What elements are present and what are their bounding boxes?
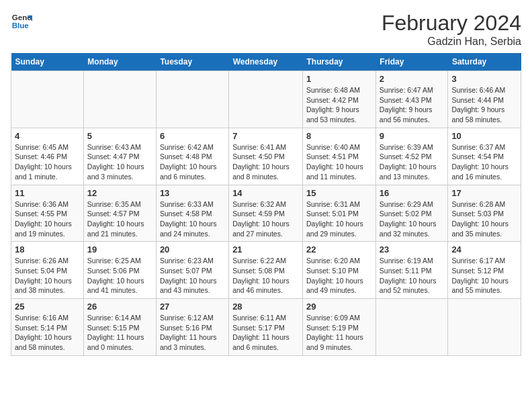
column-header-sunday: Sunday bbox=[11, 53, 84, 71]
day-info: Sunrise: 6:32 AMSunset: 4:59 PMDaylight:… bbox=[232, 199, 299, 239]
week-row-3: 11Sunrise: 6:36 AMSunset: 4:55 PMDayligh… bbox=[11, 185, 521, 242]
day-number: 15 bbox=[306, 188, 372, 198]
week-row-4: 18Sunrise: 6:26 AMSunset: 5:04 PMDayligh… bbox=[11, 242, 521, 299]
day-number: 22 bbox=[306, 244, 372, 255]
day-info: Sunrise: 6:22 AMSunset: 5:08 PMDaylight:… bbox=[232, 256, 299, 295]
day-number: 28 bbox=[232, 302, 299, 312]
day-info: Sunrise: 6:33 AMSunset: 4:58 PMDaylight:… bbox=[160, 199, 225, 239]
day-cell: 29Sunrise: 6:09 AMSunset: 5:19 PMDayligh… bbox=[303, 299, 376, 356]
day-number: 21 bbox=[232, 244, 299, 255]
day-number: 18 bbox=[15, 244, 80, 255]
logo: General Blue bbox=[11, 11, 32, 32]
day-number: 24 bbox=[451, 244, 517, 255]
day-info: Sunrise: 6:12 AMSunset: 5:16 PMDaylight:… bbox=[160, 313, 225, 353]
day-cell bbox=[156, 71, 228, 128]
day-number: 8 bbox=[306, 131, 372, 141]
day-info: Sunrise: 6:36 AMSunset: 4:55 PMDaylight:… bbox=[15, 199, 80, 239]
day-number: 6 bbox=[160, 131, 225, 141]
calendar-title: February 2024 bbox=[382, 11, 521, 36]
day-number: 5 bbox=[87, 131, 152, 141]
day-number: 25 bbox=[15, 302, 80, 312]
day-cell: 10Sunrise: 6:37 AMSunset: 4:54 PMDayligh… bbox=[448, 128, 521, 185]
day-info: Sunrise: 6:46 AMSunset: 4:44 PMDaylight:… bbox=[451, 85, 517, 125]
title-block: February 2024 Gadzin Han, Serbia bbox=[382, 11, 521, 48]
day-number: 12 bbox=[87, 188, 152, 198]
day-number: 16 bbox=[380, 188, 445, 198]
day-info: Sunrise: 6:16 AMSunset: 5:14 PMDaylight:… bbox=[15, 313, 80, 353]
day-cell: 26Sunrise: 6:14 AMSunset: 5:15 PMDayligh… bbox=[83, 299, 156, 356]
day-info: Sunrise: 6:41 AMSunset: 4:50 PMDaylight:… bbox=[232, 142, 299, 182]
day-info: Sunrise: 6:29 AMSunset: 5:02 PMDaylight:… bbox=[380, 199, 445, 239]
day-number: 13 bbox=[160, 188, 225, 198]
day-cell: 7Sunrise: 6:41 AMSunset: 4:50 PMDaylight… bbox=[229, 128, 303, 185]
day-info: Sunrise: 6:19 AMSunset: 5:11 PMDaylight:… bbox=[380, 256, 445, 295]
day-cell: 17Sunrise: 6:28 AMSunset: 5:03 PMDayligh… bbox=[448, 185, 521, 242]
week-row-1: 1Sunrise: 6:48 AMSunset: 4:42 PMDaylight… bbox=[11, 71, 521, 128]
column-header-saturday: Saturday bbox=[448, 53, 521, 71]
day-info: Sunrise: 6:11 AMSunset: 5:17 PMDaylight:… bbox=[232, 313, 299, 353]
day-info: Sunrise: 6:26 AMSunset: 5:04 PMDaylight:… bbox=[15, 256, 80, 295]
day-number: 4 bbox=[15, 131, 80, 141]
day-info: Sunrise: 6:28 AMSunset: 5:03 PMDaylight:… bbox=[451, 199, 517, 239]
svg-text:Blue: Blue bbox=[12, 21, 30, 30]
column-header-tuesday: Tuesday bbox=[156, 53, 228, 71]
calendar-table: SundayMondayTuesdayWednesdayThursdayFrid… bbox=[11, 53, 521, 356]
day-info: Sunrise: 6:43 AMSunset: 4:47 PMDaylight:… bbox=[87, 142, 152, 182]
day-number: 11 bbox=[15, 188, 80, 198]
day-cell: 16Sunrise: 6:29 AMSunset: 5:02 PMDayligh… bbox=[375, 185, 448, 242]
day-info: Sunrise: 6:17 AMSunset: 5:12 PMDaylight:… bbox=[451, 256, 517, 295]
day-number: 2 bbox=[380, 74, 445, 84]
day-cell: 5Sunrise: 6:43 AMSunset: 4:47 PMDaylight… bbox=[83, 128, 156, 185]
day-cell: 28Sunrise: 6:11 AMSunset: 5:17 PMDayligh… bbox=[229, 299, 303, 356]
day-info: Sunrise: 6:23 AMSunset: 5:07 PMDaylight:… bbox=[160, 256, 225, 295]
day-cell: 1Sunrise: 6:48 AMSunset: 4:42 PMDaylight… bbox=[303, 71, 376, 128]
day-cell: 2Sunrise: 6:47 AMSunset: 4:43 PMDaylight… bbox=[375, 71, 448, 128]
day-number: 7 bbox=[232, 131, 299, 141]
day-number: 1 bbox=[306, 74, 372, 84]
day-info: Sunrise: 6:48 AMSunset: 4:42 PMDaylight:… bbox=[306, 85, 372, 125]
header-row: SundayMondayTuesdayWednesdayThursdayFrid… bbox=[11, 53, 521, 71]
day-number: 19 bbox=[87, 244, 152, 255]
day-info: Sunrise: 6:40 AMSunset: 4:51 PMDaylight:… bbox=[306, 142, 372, 182]
day-number: 26 bbox=[87, 302, 152, 312]
day-number: 27 bbox=[160, 302, 225, 312]
day-number: 3 bbox=[451, 74, 517, 84]
day-info: Sunrise: 6:42 AMSunset: 4:48 PMDaylight:… bbox=[160, 142, 225, 182]
day-info: Sunrise: 6:20 AMSunset: 5:10 PMDaylight:… bbox=[306, 256, 372, 295]
day-cell: 9Sunrise: 6:39 AMSunset: 4:52 PMDaylight… bbox=[375, 128, 448, 185]
day-number: 10 bbox=[451, 131, 517, 141]
day-cell bbox=[11, 71, 84, 128]
day-number: 17 bbox=[451, 188, 517, 198]
column-header-thursday: Thursday bbox=[303, 53, 376, 71]
day-cell: 23Sunrise: 6:19 AMSunset: 5:11 PMDayligh… bbox=[375, 242, 448, 299]
day-info: Sunrise: 6:09 AMSunset: 5:19 PMDaylight:… bbox=[306, 313, 372, 353]
day-cell bbox=[375, 299, 448, 356]
day-cell: 15Sunrise: 6:31 AMSunset: 5:01 PMDayligh… bbox=[303, 185, 376, 242]
day-cell: 4Sunrise: 6:45 AMSunset: 4:46 PMDaylight… bbox=[11, 128, 84, 185]
day-cell: 25Sunrise: 6:16 AMSunset: 5:14 PMDayligh… bbox=[11, 299, 84, 356]
day-cell: 21Sunrise: 6:22 AMSunset: 5:08 PMDayligh… bbox=[229, 242, 303, 299]
week-row-2: 4Sunrise: 6:45 AMSunset: 4:46 PMDaylight… bbox=[11, 128, 521, 185]
day-cell: 19Sunrise: 6:25 AMSunset: 5:06 PMDayligh… bbox=[83, 242, 156, 299]
day-cell: 6Sunrise: 6:42 AMSunset: 4:48 PMDaylight… bbox=[156, 128, 228, 185]
day-info: Sunrise: 6:35 AMSunset: 4:57 PMDaylight:… bbox=[87, 199, 152, 239]
day-info: Sunrise: 6:47 AMSunset: 4:43 PMDaylight:… bbox=[380, 85, 445, 125]
column-header-wednesday: Wednesday bbox=[229, 53, 303, 71]
day-info: Sunrise: 6:39 AMSunset: 4:52 PMDaylight:… bbox=[380, 142, 445, 182]
day-info: Sunrise: 6:25 AMSunset: 5:06 PMDaylight:… bbox=[87, 256, 152, 295]
day-cell: 22Sunrise: 6:20 AMSunset: 5:10 PMDayligh… bbox=[303, 242, 376, 299]
day-cell: 27Sunrise: 6:12 AMSunset: 5:16 PMDayligh… bbox=[156, 299, 228, 356]
day-cell: 3Sunrise: 6:46 AMSunset: 4:44 PMDaylight… bbox=[448, 71, 521, 128]
day-number: 20 bbox=[160, 244, 225, 255]
day-number: 9 bbox=[380, 131, 445, 141]
day-cell: 11Sunrise: 6:36 AMSunset: 4:55 PMDayligh… bbox=[11, 185, 84, 242]
day-cell: 8Sunrise: 6:40 AMSunset: 4:51 PMDaylight… bbox=[303, 128, 376, 185]
day-cell: 13Sunrise: 6:33 AMSunset: 4:58 PMDayligh… bbox=[156, 185, 228, 242]
day-cell bbox=[229, 71, 303, 128]
day-cell bbox=[448, 299, 521, 356]
column-header-friday: Friday bbox=[375, 53, 448, 71]
column-header-monday: Monday bbox=[83, 53, 156, 71]
day-cell: 24Sunrise: 6:17 AMSunset: 5:12 PMDayligh… bbox=[448, 242, 521, 299]
day-info: Sunrise: 6:45 AMSunset: 4:46 PMDaylight:… bbox=[15, 142, 80, 182]
day-info: Sunrise: 6:37 AMSunset: 4:54 PMDaylight:… bbox=[451, 142, 517, 182]
